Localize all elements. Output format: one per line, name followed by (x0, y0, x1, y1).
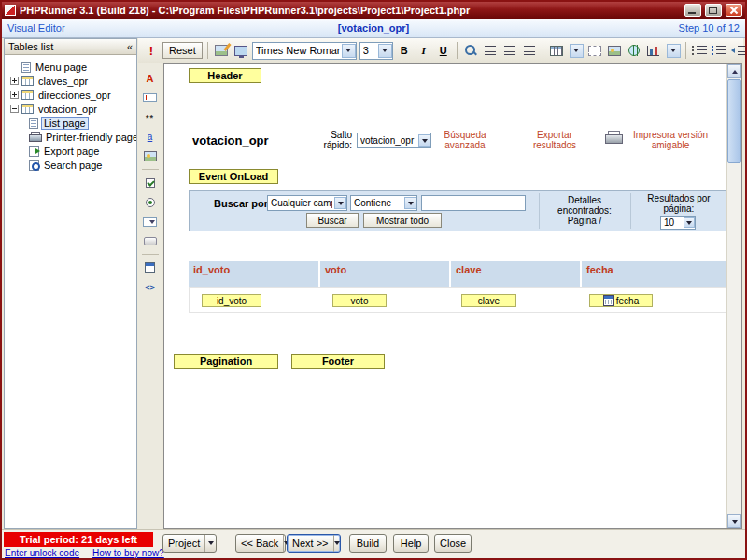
tree-item-printer-friendly-page[interactable]: Printer-friendly page (5, 130, 136, 144)
how-to-buy-link[interactable]: How to buy now? (92, 548, 164, 558)
zoom-icon[interactable] (462, 42, 479, 60)
grid-header-fecha[interactable]: fecha (582, 261, 726, 287)
insert-password-icon[interactable]: ** (142, 110, 158, 124)
back-button[interactable]: << Back (235, 534, 286, 553)
field-id-voto[interactable]: id_voto (202, 294, 261, 307)
align-right-icon[interactable] (521, 42, 538, 60)
quick-jump-select[interactable]: votacion_opr (357, 133, 431, 148)
field-fecha[interactable]: fecha (589, 294, 653, 307)
insert-radiobutton-icon[interactable] (142, 195, 158, 209)
insert-textbox-icon[interactable] (142, 91, 158, 105)
bold-button[interactable]: B (396, 42, 413, 60)
field-voto[interactable]: voto (332, 294, 387, 307)
tree-item-export-page[interactable]: Export page (5, 144, 136, 158)
italic-button[interactable]: I (416, 42, 432, 60)
scroll-down-button[interactable] (727, 514, 741, 528)
field-clave[interactable]: clave (461, 294, 516, 307)
insert-table-icon[interactable] (548, 42, 565, 60)
footer-section-box[interactable]: Footer (291, 354, 385, 369)
design-canvas[interactable]: Header votacion_opr Salto rápido: votaci… (164, 64, 726, 528)
maximize-button[interactable] (705, 4, 722, 17)
search-field-select[interactable]: Cualquier campo (267, 195, 347, 211)
table-borders-icon[interactable] (586, 42, 603, 60)
selected-tree-label[interactable]: List page (41, 117, 89, 130)
grid-header-voto[interactable]: voto (320, 261, 449, 287)
bullet-list-icon[interactable] (711, 42, 727, 60)
build-button[interactable]: Build (349, 534, 387, 553)
show-all-button[interactable]: Mostrar todo (363, 213, 442, 228)
insert-checkbox-icon[interactable] (142, 175, 158, 189)
chevron-down-icon[interactable] (684, 217, 695, 228)
search-value-input[interactable] (421, 195, 526, 211)
reset-button[interactable]: Reset (162, 42, 203, 59)
event-onload-box[interactable]: Event OnLoad (189, 169, 278, 184)
expand-icon[interactable] (10, 77, 19, 85)
tree-item-list-page[interactable]: List page (5, 116, 136, 130)
per-page-select[interactable]: 10 (660, 216, 696, 230)
scroll-up-button[interactable] (727, 64, 741, 78)
warning-icon[interactable]: ! (143, 42, 160, 60)
next-menu-arrow-icon[interactable] (333, 535, 340, 552)
insert-chart-icon[interactable] (645, 42, 662, 60)
table-menu-arrow-icon[interactable] (570, 44, 584, 58)
font-size-select[interactable]: 3 (359, 42, 393, 60)
insert-hyperlink-icon[interactable]: a (142, 130, 158, 144)
insert-image-icon[interactable] (142, 149, 158, 163)
table-title[interactable]: votacion_opr (192, 133, 269, 147)
pagination-section-box[interactable]: Pagination (174, 354, 278, 369)
font-family-select[interactable]: Times New Roman (252, 42, 357, 60)
maximize-icon (709, 7, 717, 14)
align-center-icon[interactable] (501, 42, 518, 60)
chevron-down-icon[interactable] (404, 197, 416, 209)
next-button[interactable]: Next >> (287, 534, 341, 553)
insert-label-icon[interactable]: A (142, 71, 158, 85)
scrollbar-thumb[interactable] (727, 79, 741, 163)
close-app-button[interactable]: Close (434, 534, 472, 553)
printer-friendly-link[interactable]: Impresora versión amigable (626, 130, 715, 150)
expand-icon[interactable] (10, 91, 19, 99)
insert-button-icon[interactable] (142, 234, 158, 248)
edit-picture-icon[interactable] (213, 42, 230, 60)
statusbar: Trial period: 21 days left Enter unlock … (2, 529, 745, 558)
help-button[interactable]: Help (393, 534, 429, 553)
tree-item-direcciones-opr[interactable]: direcciones_opr (5, 88, 136, 102)
page-icon (29, 118, 38, 129)
tree-item-search-page[interactable]: Search page (5, 158, 136, 172)
collapse-sidebar-button[interactable]: « (127, 41, 133, 52)
panel-divider (630, 193, 631, 229)
outdent-icon[interactable] (730, 42, 747, 60)
grid-header-clave[interactable]: clave (451, 261, 580, 287)
underline-button[interactable]: U (435, 42, 452, 60)
trial-badge: Trial period: 21 days left (4, 532, 153, 547)
search-button[interactable]: Buscar (306, 213, 359, 228)
numbered-list-icon[interactable] (691, 42, 708, 60)
header-section-box[interactable]: Header (189, 68, 261, 83)
close-button[interactable] (726, 4, 742, 17)
visual-editor-label: Visual Editor (7, 22, 148, 34)
advanced-search-link[interactable]: Búsqueda avanzada (430, 130, 500, 150)
collapse-icon[interactable] (10, 105, 19, 113)
chart-menu-arrow-icon[interactable] (667, 44, 681, 58)
vertical-scrollbar[interactable] (726, 64, 741, 528)
unlock-code-link[interactable]: Enter unlock code (5, 548, 79, 558)
printer-icon[interactable] (605, 131, 622, 144)
chevron-down-icon[interactable] (334, 197, 346, 209)
search-operator-select[interactable]: Contiene (350, 195, 417, 211)
insert-dropdown-icon[interactable] (142, 215, 158, 229)
tree-item-claves-opr[interactable]: claves_opr (5, 74, 136, 88)
tree-item-menu-page[interactable]: Menu page (5, 60, 136, 74)
minimize-button[interactable] (684, 4, 701, 17)
grid-header-id-voto[interactable]: id_voto (189, 261, 318, 287)
tree-item-votacion-opr[interactable]: votacion_opr (5, 102, 136, 116)
chevron-down-icon[interactable] (342, 44, 356, 58)
align-left-icon[interactable] (482, 42, 499, 60)
insert-image-icon[interactable] (606, 42, 623, 60)
export-results-link[interactable]: Exportar resultados (521, 130, 588, 150)
insert-date-icon[interactable] (142, 260, 158, 274)
hyperlink-globe-icon[interactable] (626, 42, 642, 60)
preview-icon[interactable] (233, 42, 249, 60)
insert-html-icon[interactable]: <> (142, 280, 158, 294)
project-menu-arrow-icon[interactable] (204, 535, 216, 552)
chevron-down-icon[interactable] (378, 44, 392, 58)
project-button[interactable]: Project (162, 534, 217, 553)
